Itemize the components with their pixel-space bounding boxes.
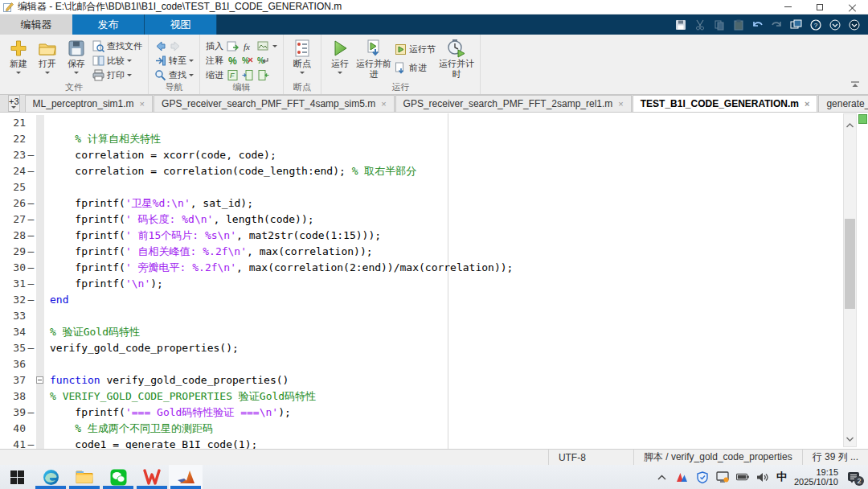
- code-area[interactable]: 2122 % 计算自相关特性23– correlation = xcorr(co…: [0, 115, 844, 449]
- breakpoint-gutter[interactable]: [36, 340, 44, 356]
- code-line[interactable]: 32–end: [0, 292, 844, 308]
- breakpoint-gutter[interactable]: [36, 356, 44, 372]
- goto-button[interactable]: 转至: [154, 55, 194, 68]
- breakpoint-gutter[interactable]: [36, 147, 44, 163]
- close-tab-icon[interactable]: ×: [381, 99, 386, 109]
- new-button[interactable]: 新建: [4, 36, 33, 82]
- smart-indent-icon[interactable]: F: [227, 69, 239, 81]
- vertical-scrollbar[interactable]: [843, 113, 857, 447]
- run-time-button[interactable]: 运行并计时: [437, 36, 476, 82]
- tray-shield-icon[interactable]: [696, 471, 709, 483]
- tray-volume-icon[interactable]: [756, 471, 769, 483]
- undo-icon[interactable]: [751, 18, 764, 31]
- start-button[interactable]: [0, 465, 34, 489]
- help-icon[interactable]: ?: [809, 18, 821, 31]
- code-fold-icon[interactable]: [36, 376, 43, 384]
- code-line[interactable]: 29– fprintf(' 自相关峰值: %.2f\n', max(correl…: [0, 244, 844, 260]
- insert-function-icon[interactable]: fx: [242, 40, 254, 52]
- code-line[interactable]: 28– fprintf(' 前15个码片: %s\n', mat2str(cod…: [0, 228, 844, 244]
- run-advance-button[interactable]: 运行并前进: [354, 36, 393, 82]
- breakpoint-gutter[interactable]: [36, 405, 44, 421]
- redo-icon[interactable]: [771, 18, 783, 31]
- quick-access-dropdown-icon[interactable]: [829, 18, 841, 31]
- tray-battery-icon[interactable]: [736, 471, 749, 483]
- breakpoint-gutter[interactable]: [36, 421, 44, 437]
- compare-button[interactable]: 比较: [92, 54, 142, 67]
- cut-icon[interactable]: [694, 18, 706, 31]
- breakpoint-gutter[interactable]: [36, 228, 44, 244]
- notification-center-button[interactable]: 2: [845, 470, 862, 484]
- code-editor[interactable]: 2122 % 计算自相关特性23– correlation = xcorr(co…: [0, 113, 868, 449]
- code-line[interactable]: 33: [0, 308, 844, 324]
- code-line[interactable]: 21: [0, 115, 844, 131]
- indent-right-icon[interactable]: [242, 69, 254, 81]
- code-line[interactable]: 22 % 计算自相关特性: [0, 131, 844, 147]
- code-line[interactable]: 38% VERIFY_GOLD_CODE_PROPERTIES 验证Gold码特…: [0, 388, 844, 405]
- print-button[interactable]: 打印: [92, 69, 142, 82]
- code-line[interactable]: 36: [0, 356, 844, 372]
- breakpoint-gutter[interactable]: [36, 372, 44, 388]
- breakpoint-gutter[interactable]: [36, 308, 44, 324]
- ribbon-tab-2[interactable]: 视图: [145, 14, 217, 35]
- tray-app-icon[interactable]: [676, 471, 689, 483]
- breakpoint-gutter[interactable]: [36, 388, 44, 405]
- breakpoint-gutter[interactable]: [36, 131, 44, 147]
- save-icon[interactable]: [674, 18, 686, 31]
- tray-expand-icon[interactable]: [656, 471, 669, 483]
- breakpoint-gutter[interactable]: [36, 115, 44, 131]
- close-tab-icon[interactable]: ×: [805, 99, 809, 109]
- wrap-comment-icon[interactable]: %: [257, 55, 269, 67]
- maximize-button[interactable]: [804, 0, 836, 14]
- tray-cast-icon[interactable]: [716, 471, 729, 483]
- breakpoint-gutter[interactable]: [36, 437, 44, 449]
- scroll-up-icon[interactable]: [844, 120, 856, 131]
- close-tab-icon[interactable]: ×: [140, 99, 145, 109]
- insert-image-icon[interactable]: [257, 40, 269, 52]
- code-line[interactable]: 39– fprintf('=== Gold码特性验证 ===\n');: [0, 405, 844, 421]
- taskbar-app-matlab[interactable]: [169, 465, 203, 489]
- comment-icon[interactable]: %: [227, 55, 239, 67]
- back-icon[interactable]: [154, 40, 166, 52]
- taskbar-app-wps[interactable]: [135, 465, 169, 489]
- copy-icon[interactable]: [713, 18, 725, 31]
- taskbar-app-edge[interactable]: [34, 465, 68, 489]
- scrollbar-thumb[interactable]: [845, 219, 855, 309]
- collapse-ribbon-icon[interactable]: [849, 80, 862, 89]
- tab-overflow-button[interactable]: +3: [8, 95, 20, 112]
- code-line[interactable]: 34% 验证Gold码特性: [0, 324, 844, 340]
- paste-icon[interactable]: [732, 18, 744, 31]
- minimize-button[interactable]: [772, 0, 804, 14]
- editor-tab[interactable]: generate_B1I_code.m×: [818, 95, 868, 112]
- code-line[interactable]: 35–verify_gold_code_properties();: [0, 340, 844, 356]
- code-line[interactable]: 26– fprintf('卫星%d:\n', sat_id);: [0, 195, 844, 212]
- editor-tab[interactable]: ML_perceptron_sim1.m×: [25, 95, 154, 112]
- find-files-button[interactable]: 查找文件: [92, 39, 142, 52]
- editor-tab[interactable]: GPS_receiver_search_PMF_FFT_4samp_sim5.m…: [154, 95, 395, 112]
- taskbar-app-wechat[interactable]: [101, 465, 135, 489]
- breakpoint-gutter[interactable]: [36, 292, 44, 308]
- insert-section-icon[interactable]: [227, 40, 239, 52]
- breakpoint-gutter[interactable]: [36, 179, 44, 195]
- code-line[interactable]: 31– fprintf('\n');: [0, 276, 844, 292]
- code-line[interactable]: 37function verify_gold_code_properties(): [0, 372, 844, 388]
- save-button[interactable]: 保存: [62, 36, 91, 82]
- switch-window-icon[interactable]: [790, 18, 802, 31]
- indent-left-icon[interactable]: [257, 69, 269, 81]
- code-line[interactable]: 27– fprintf(' 码长度: %d\n', length(code));: [0, 212, 844, 228]
- code-line[interactable]: 41– code1 = generate_B1I_code(1);: [0, 437, 844, 449]
- taskbar-clock[interactable]: 19:15 2025/10/10: [794, 467, 838, 487]
- ime-indicator[interactable]: 中: [776, 470, 787, 484]
- find-button[interactable]: 查找: [154, 69, 194, 82]
- close-tab-icon[interactable]: ×: [618, 99, 623, 109]
- open-button[interactable]: 打开: [33, 36, 62, 82]
- code-analyzer-indicator[interactable]: [858, 114, 867, 124]
- breakpoint-gutter[interactable]: [36, 244, 44, 260]
- code-line[interactable]: 30– fprintf(' 旁瓣电平: %.2f\n', max(correla…: [0, 260, 844, 276]
- ribbon-tab-1[interactable]: 发布: [72, 14, 145, 35]
- breakpoint-gutter[interactable]: [36, 276, 44, 292]
- code-line[interactable]: 25: [0, 179, 844, 195]
- uncomment-icon[interactable]: %: [242, 55, 254, 67]
- run-section-button[interactable]: 运行节: [395, 43, 436, 56]
- close-button[interactable]: [836, 0, 868, 14]
- advance-button[interactable]: 前进: [395, 61, 436, 75]
